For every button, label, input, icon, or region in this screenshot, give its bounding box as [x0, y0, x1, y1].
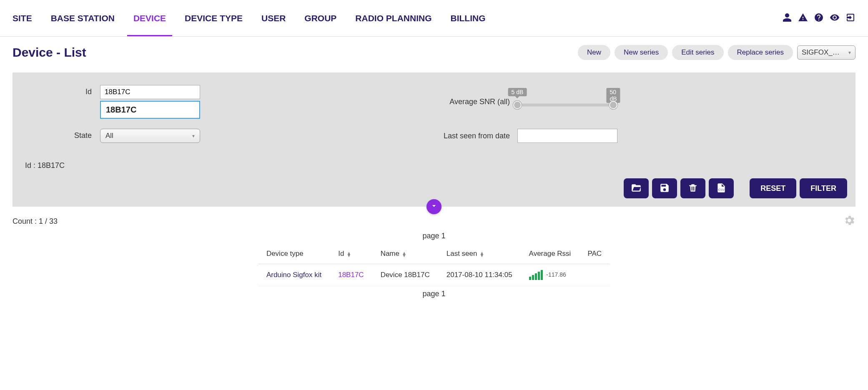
cell-pac	[579, 264, 610, 286]
snr-slider-min-handle[interactable]	[513, 101, 522, 109]
reset-button[interactable]: RESET	[750, 178, 796, 198]
csv-icon: CSV	[716, 182, 727, 195]
nav-base-station[interactable]: BASE STATION	[51, 1, 115, 36]
folder-open-icon	[631, 182, 642, 195]
chevron-down-icon	[430, 202, 438, 212]
nav-items: SITE BASE STATION DEVICE DEVICE TYPE USE…	[13, 1, 782, 36]
new-button[interactable]: New	[578, 45, 610, 60]
snr-slider-max-handle[interactable]	[609, 101, 617, 109]
filter-status-text: Id : 18B17C	[21, 153, 847, 174]
state-label: State	[21, 129, 100, 140]
svg-text:CSV: CSV	[718, 188, 725, 191]
filter-panel: Id 18B17C Average SNR (all) 5 dB 50 dB S…	[13, 72, 855, 207]
snr-min-tip: 5 dB	[508, 88, 527, 96]
nav-billing[interactable]: BILLING	[451, 1, 486, 36]
export-csv-button[interactable]: CSV	[709, 178, 734, 198]
folder-open-button[interactable]	[624, 178, 649, 198]
eye-icon[interactable]	[830, 12, 840, 24]
table-settings-button[interactable]	[843, 214, 855, 228]
sort-icon: ▲▼	[402, 252, 406, 257]
cell-device-type[interactable]: Arduino Sigfox kit	[258, 264, 330, 286]
sort-icon: ▲▼	[346, 252, 351, 257]
results-table: Device type Id▲▼ Name▲▼ Last seen▲▼ Aver…	[258, 244, 610, 286]
nav-device[interactable]: DEVICE	[133, 1, 166, 36]
cell-name: Device 18B17C	[372, 264, 438, 286]
count-text: Count : 1 / 33	[13, 217, 843, 226]
top-nav: SITE BASE STATION DEVICE DEVICE TYPE USE…	[0, 0, 868, 37]
nav-group[interactable]: GROUP	[304, 1, 336, 36]
col-pac[interactable]: PAC	[579, 244, 610, 264]
table-row[interactable]: Arduino Sigfox kit 18B17C Device 18B17C …	[258, 264, 610, 286]
nav-site[interactable]: SITE	[13, 1, 32, 36]
rssi-value: -117.86	[546, 271, 566, 278]
col-name[interactable]: Name▲▼	[372, 244, 438, 264]
snr-slider[interactable]: 5 dB 50 dB	[517, 104, 613, 106]
sort-icon: ▲▼	[479, 252, 484, 257]
edit-series-button[interactable]: Edit series	[672, 45, 723, 60]
nav-radio-planning[interactable]: RADIO PLANNING	[355, 1, 431, 36]
page-header: Device - List New New series Edit series…	[0, 37, 868, 68]
replace-series-button[interactable]: Replace series	[728, 45, 793, 60]
new-series-button[interactable]: New series	[615, 45, 668, 60]
alert-icon[interactable]	[798, 12, 808, 24]
cell-id[interactable]: 18B17C	[330, 264, 372, 286]
nav-device-type[interactable]: DEVICE TYPE	[185, 1, 243, 36]
collapse-filter-button[interactable]	[426, 199, 442, 214]
gear-icon	[843, 221, 855, 228]
col-id[interactable]: Id▲▼	[330, 244, 372, 264]
cell-avg-rssi: -117.86	[521, 264, 580, 286]
logout-icon[interactable]	[845, 12, 855, 24]
pager-top: page 1	[13, 228, 855, 244]
id-autocomplete-item[interactable]: 18B17C	[100, 101, 200, 119]
id-input[interactable]	[100, 85, 200, 99]
nav-user[interactable]: USER	[261, 1, 286, 36]
col-avg-rssi[interactable]: Average Rssi	[521, 244, 580, 264]
trash-icon	[687, 182, 698, 195]
delete-button[interactable]	[680, 178, 705, 198]
pager-bottom: page 1	[13, 286, 855, 302]
col-device-type[interactable]: Device type	[258, 244, 330, 264]
filter-button[interactable]: FILTER	[800, 178, 847, 198]
help-icon[interactable]	[814, 12, 824, 24]
snr-label: Average SNR (all)	[434, 98, 517, 106]
id-label: Id	[21, 85, 100, 96]
save-button[interactable]	[652, 178, 677, 198]
lastseen-input[interactable]	[517, 129, 617, 143]
save-icon	[659, 182, 670, 195]
results-table-wrap: page 1 Device type Id▲▼ Name▲▼ Last seen…	[0, 228, 868, 310]
page-title: Device - List	[13, 45, 574, 60]
signal-bars-icon	[529, 270, 543, 280]
group-dropdown[interactable]: SIGFOX_…	[797, 45, 855, 60]
nav-icons	[782, 12, 855, 24]
state-dropdown[interactable]: All	[100, 129, 200, 143]
lastseen-label: Last seen from date	[434, 132, 517, 140]
cell-last-seen: 2017-08-10 11:34:05	[438, 264, 521, 286]
user-icon[interactable]	[782, 12, 792, 24]
col-last-seen[interactable]: Last seen▲▼	[438, 244, 521, 264]
